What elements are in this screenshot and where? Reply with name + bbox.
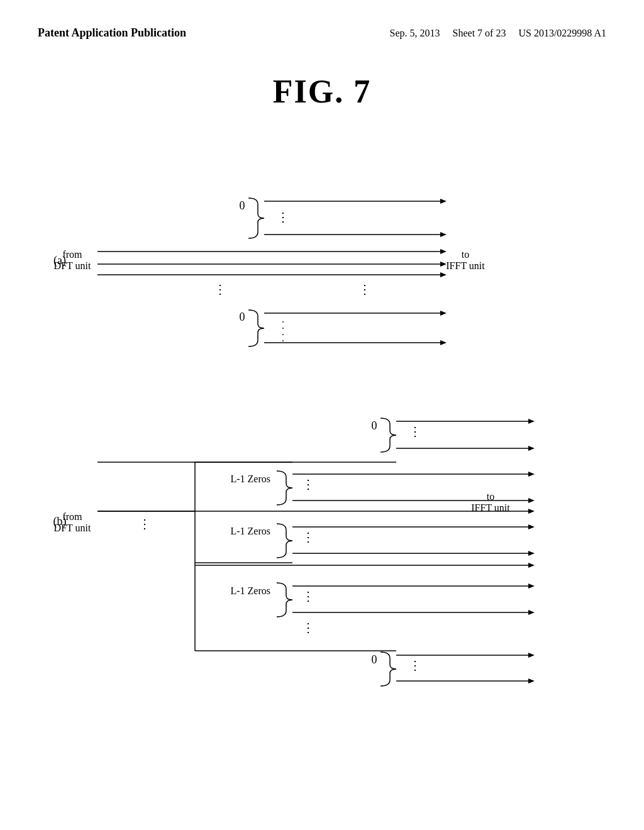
- brace-b-l1-1: [277, 471, 292, 505]
- publication-info: Sep. 5, 2013 Sheet 7 of 23 US 2013/02299…: [390, 25, 606, 42]
- arrow-b-data1-head: [528, 509, 535, 514]
- arrow-a-mid1-head: [440, 249, 447, 254]
- arrow-b-l1-1-top-head: [528, 472, 535, 477]
- arrow-a-mid3-head: [440, 272, 447, 277]
- brace-b-l1-3: [277, 583, 292, 617]
- brace-bottom-a: [248, 310, 264, 346]
- l1-zeros-2-label: L-1 Zeros: [230, 526, 270, 536]
- dots-b-after-l1-3: ⋮: [302, 621, 314, 634]
- brace-b-bot: [380, 652, 396, 686]
- arrow-a-top1-head: [440, 199, 447, 204]
- arrow-b-l1-3-top-head: [528, 584, 535, 589]
- arrow-b-zero-bot2-head: [528, 678, 535, 683]
- arrow-b-l1-2-bot-head: [528, 551, 535, 556]
- dots-b-l1-1: ⋮: [302, 477, 314, 491]
- diagram-svg: (a) from DFT unit to IFFT unit 0 ⋮ ⋮: [0, 135, 644, 827]
- dots-b-mid-left: ⋮: [138, 517, 151, 531]
- zero-top-label: 0: [240, 199, 245, 212]
- arrow-b-zero-top-head: [528, 419, 535, 424]
- arrow-a-bot1-head: [440, 311, 447, 316]
- dots-b-l1-2: ⋮: [302, 530, 314, 544]
- arrow-a-bot2-head: [440, 340, 447, 345]
- dots-top-a: ⋮: [277, 210, 289, 224]
- arrow-a-top2-head: [440, 232, 447, 237]
- dots-b-zero-bot: ⋮: [409, 658, 421, 672]
- arrow-b-l1-1-bot-head: [528, 498, 535, 503]
- part-b-from: from: [62, 511, 82, 522]
- part-a-to: to: [462, 249, 469, 260]
- brace-top-a: [248, 198, 264, 238]
- dots-b-zero-top: ⋮: [409, 424, 421, 438]
- zero-bottom-label: 0: [240, 311, 245, 323]
- arrow-b-l1-3-bot-head: [528, 610, 535, 615]
- zero-b-bot-label: 0: [372, 653, 377, 666]
- part-a-dft: DFT unit: [54, 260, 91, 271]
- part-b-dft: DFT unit: [54, 523, 91, 533]
- zero-b-top-label: 0: [372, 419, 377, 432]
- patent-number: US 2013/0229998 A1: [518, 28, 606, 38]
- brace-b-l1-2: [277, 524, 292, 558]
- page-header: Patent Application Publication Sep. 5, 2…: [0, 0, 644, 54]
- l1-zeros-1-label: L-1 Zeros: [230, 473, 270, 484]
- dots-bot-a4: ·: [282, 336, 284, 346]
- pub-date: Sep. 5, 2013: [390, 28, 440, 38]
- dots-mid-a-right: ⋮: [358, 282, 371, 296]
- part-a-from: from: [62, 249, 82, 260]
- dots-mid-a-left: ⋮: [214, 282, 226, 296]
- arrow-b-extra1-head: [528, 563, 535, 568]
- brace-b-top: [380, 418, 396, 452]
- figure-title: FIG. 7: [0, 73, 644, 110]
- arrow-b-zero-top2-head: [528, 446, 535, 451]
- dots-b-l1-3: ⋮: [302, 589, 314, 603]
- l1-zeros-3-label: L-1 Zeros: [230, 585, 270, 596]
- sheet-info: Sheet 7 of 23: [453, 28, 506, 38]
- diagram-container: (a) from DFT unit to IFFT unit 0 ⋮ ⋮: [0, 135, 644, 827]
- publication-title: Patent Application Publication: [38, 25, 186, 41]
- arrow-b-l1-2-top-head: [528, 524, 535, 529]
- arrow-b-zero-bot1-head: [528, 653, 535, 658]
- part-a-ifft: IFFT unit: [446, 260, 485, 271]
